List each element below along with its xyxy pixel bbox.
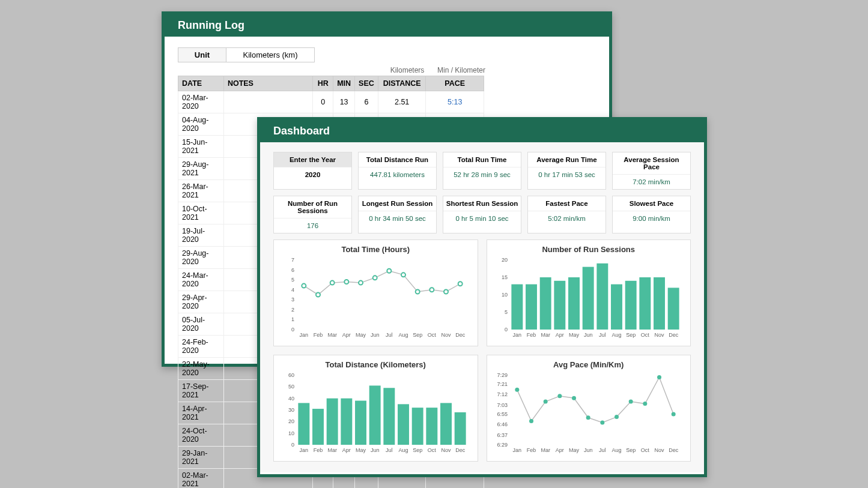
table-row[interactable]: 02-Mar-202001362.515:13: [178, 91, 484, 113]
cell-date[interactable]: 14-Apr-2021: [178, 402, 224, 424]
svg-point-15: [401, 273, 405, 277]
svg-rect-79: [455, 412, 466, 445]
svg-rect-72: [355, 401, 366, 445]
cell-hr[interactable]: 0: [313, 91, 333, 113]
svg-text:Nov: Nov: [441, 332, 451, 338]
svg-text:20: 20: [288, 418, 294, 424]
svg-point-19: [458, 282, 463, 286]
cell-date[interactable]: 29-Apr-2020: [178, 291, 224, 313]
svg-text:Sep: Sep: [626, 332, 636, 338]
stat-card: Average Run Time0 hr 17 min 53 sec: [527, 152, 606, 190]
cell-date[interactable]: 29-Aug-2020: [178, 247, 224, 269]
col-min: MIN: [333, 76, 355, 91]
svg-point-110: [657, 375, 661, 379]
cell-date[interactable]: 02-Mar-2020: [178, 91, 224, 113]
svg-text:Nov: Nov: [654, 332, 664, 338]
svg-text:7:29: 7:29: [497, 372, 508, 378]
card-value: 0 hr 5 min 10 sec: [443, 211, 521, 226]
dashboard-window: Dashboard Enter the Year2020Total Distan…: [257, 117, 707, 477]
svg-point-18: [444, 290, 448, 294]
charts-grid: Total Time (Hours)01234567JanFebMarAprMa…: [273, 239, 691, 462]
stat-card: Longest Run Session0 hr 34 min 50 sec: [358, 196, 437, 233]
svg-point-12: [359, 281, 363, 285]
col-date: DATE: [178, 76, 224, 91]
card-label: Average Run Time: [528, 152, 605, 167]
svg-rect-38: [526, 285, 537, 330]
cell-date[interactable]: 10-Oct-2021: [178, 202, 224, 224]
svg-text:6:55: 6:55: [497, 411, 508, 417]
cell-date[interactable]: 22-May-2020: [178, 358, 224, 380]
cell-date[interactable]: 04-Aug-2020: [178, 113, 224, 136]
svg-text:Jan: Jan: [512, 447, 521, 453]
cell-date[interactable]: 15-Jun-2021: [178, 136, 224, 158]
svg-rect-41: [568, 277, 580, 330]
svg-rect-40: [554, 281, 565, 330]
cell-distance[interactable]: 2.51: [378, 91, 426, 113]
svg-text:1: 1: [291, 316, 294, 322]
svg-text:0: 0: [291, 442, 294, 448]
card-label: Total Distance Run: [359, 152, 436, 167]
card-value: 0 hr 17 min 53 sec: [528, 167, 605, 182]
cell-notes[interactable]: [223, 91, 312, 113]
svg-point-102: [543, 400, 547, 404]
svg-text:Jul: Jul: [599, 332, 606, 338]
card-value: 0 hr 34 min 50 sec: [359, 211, 436, 226]
svg-text:Oct: Oct: [640, 447, 649, 453]
svg-text:May: May: [568, 332, 579, 338]
stat-card: Total Distance Run447.81 kilometers: [358, 152, 437, 190]
card-value: 176: [274, 218, 351, 233]
svg-text:7:12: 7:12: [497, 391, 508, 397]
cell-date[interactable]: 05-Jul-2020: [178, 313, 224, 336]
svg-rect-69: [312, 409, 324, 445]
svg-point-103: [557, 394, 562, 398]
chart-total-time: Total Time (Hours)01234567JanFebMarAprMa…: [273, 239, 478, 346]
unit-value[interactable]: Kilometers (km): [226, 48, 314, 62]
card-value: 447.81 kilometers: [359, 167, 436, 182]
svg-text:Jul: Jul: [386, 332, 393, 338]
hint-pace: Min / Kilometer: [431, 66, 491, 74]
svg-point-106: [600, 420, 604, 424]
cell-date[interactable]: 29-Jan-2021: [178, 447, 224, 469]
svg-text:4: 4: [291, 287, 294, 293]
card-value[interactable]: 2020: [274, 167, 351, 182]
svg-point-105: [586, 415, 590, 420]
svg-text:Jun: Jun: [371, 447, 380, 453]
cell-pace[interactable]: 5:13: [426, 91, 484, 113]
svg-point-10: [330, 281, 335, 285]
svg-text:5: 5: [291, 277, 294, 283]
cell-min[interactable]: 13: [333, 91, 355, 113]
cell-date[interactable]: 24-Mar-2020: [178, 269, 224, 291]
card-label: Enter the Year: [274, 152, 351, 167]
cell-date[interactable]: 29-Aug-2021: [178, 158, 224, 180]
svg-text:0: 0: [291, 327, 294, 333]
svg-rect-43: [596, 264, 608, 330]
card-label: Longest Run Session: [359, 196, 436, 211]
svg-text:Jun: Jun: [583, 332, 592, 338]
svg-rect-74: [383, 388, 395, 445]
column-hints: Kilometers Min / Kilometer: [178, 66, 596, 74]
svg-point-17: [429, 288, 434, 292]
svg-text:Mar: Mar: [327, 332, 337, 338]
cell-date[interactable]: 24-Oct-2020: [178, 424, 224, 447]
svg-point-9: [316, 293, 320, 297]
svg-text:6:37: 6:37: [497, 432, 508, 438]
svg-text:10: 10: [288, 430, 294, 436]
cell-date[interactable]: 24-Feb-2020: [178, 336, 224, 358]
unit-label: Unit: [178, 48, 226, 62]
svg-point-13: [373, 276, 377, 280]
cell-sec[interactable]: 6: [355, 91, 378, 113]
cell-date[interactable]: 26-Mar-2021: [178, 180, 224, 202]
card-value: 52 hr 28 min 9 sec: [443, 167, 521, 182]
stat-card: Shortest Run Session0 hr 5 min 10 sec: [443, 196, 521, 233]
unit-selector[interactable]: Unit Kilometers (km): [178, 47, 315, 62]
svg-rect-46: [639, 277, 651, 330]
svg-rect-75: [398, 404, 409, 445]
cell-date[interactable]: 17-Sep-2021: [178, 380, 224, 402]
chart-total-distance: Total Distance (Kilometers)0102030405060…: [273, 355, 478, 462]
svg-text:Jan: Jan: [512, 332, 521, 338]
stat-cards-row-2: Number of Run Sessions176Longest Run Ses…: [273, 196, 691, 233]
cell-date[interactable]: 19-Jul-2020: [178, 224, 224, 247]
col-pace: PACE: [426, 76, 484, 91]
cell-date[interactable]: 02-Mar-2021: [178, 469, 224, 489]
svg-text:Oct: Oct: [640, 332, 649, 338]
